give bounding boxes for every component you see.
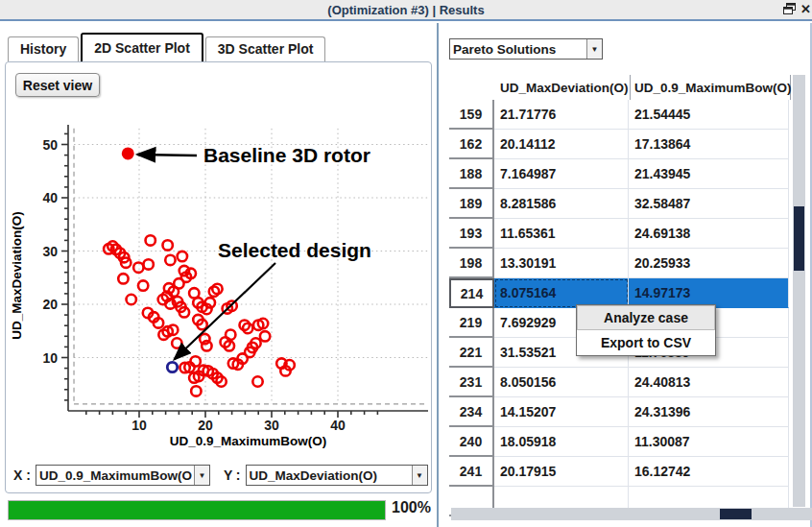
selected-point[interactable] [167, 362, 177, 371]
row-index[interactable]: 240 [449, 427, 494, 457]
selected-annotation: Selected design [218, 239, 371, 261]
baseline-annotation: Baseline 3D rotor [203, 144, 370, 166]
float-window-icon[interactable] [783, 3, 796, 15]
table-row[interactable]: 19813.3019120.25933 [449, 249, 789, 278]
chevron-down-icon[interactable]: ▼ [586, 39, 602, 59]
table-row[interactable]: 24120.1791516.12742 [449, 457, 789, 487]
context-menu-item-export-to-csv[interactable]: Export to CSV [577, 330, 715, 355]
x-axis-title: UD_0.9_MaximumBow(O) [170, 434, 327, 448]
row-index[interactable]: 214 [449, 278, 494, 308]
vertical-scrollbar-thumb[interactable] [794, 206, 804, 271]
tab-3d-scatter-plot[interactable]: 3D Scatter Plot [205, 36, 326, 61]
gridlines [74, 129, 428, 404]
table-header: UD_MaxDeviation(O)UD_0.9_MaximumBow(O) [496, 75, 791, 100]
row-index[interactable]: 198 [449, 249, 494, 278]
table-row[interactable]: 16220.1411217.13864 [449, 130, 789, 159]
x-axis-selector-label: X : [13, 467, 31, 483]
baseline-point[interactable] [122, 147, 134, 159]
cell-value[interactable]: 13.30191 [494, 249, 629, 278]
y-axis-select-value: UD_MaxDeviation(O) [247, 468, 412, 483]
table-row[interactable]: 15921.7177621.54445 [449, 100, 789, 130]
table-row[interactable]: 23414.1520724.31396 [449, 397, 789, 427]
svg-text:30: 30 [42, 244, 58, 259]
svg-text:40: 40 [42, 190, 58, 205]
row-index[interactable]: 219 [449, 308, 494, 338]
cell-value[interactable]: 21.54445 [629, 100, 789, 130]
svg-text:20: 20 [42, 297, 58, 312]
cell-value[interactable]: 20.25933 [629, 249, 789, 278]
table-row[interactable]: 19311.6536124.69138 [449, 219, 789, 249]
horizontal-scrollbar-thumb[interactable] [720, 509, 752, 519]
row-index[interactable]: 189 [449, 189, 494, 219]
cell-value[interactable]: 18.05918 [494, 427, 629, 457]
plot-boundary [74, 129, 428, 404]
cell-value[interactable]: 11.65361 [494, 219, 629, 249]
axis-selector-row: X : UD_0.9_MaximumBow(O ▼ Y : UD_MaxDevi… [13, 465, 428, 486]
chevron-down-icon[interactable]: ▼ [194, 466, 209, 485]
window-title: (Optimization #3) | Results [327, 3, 484, 17]
cell-value[interactable]: 21.43945 [629, 159, 789, 189]
svg-text:20: 20 [198, 418, 213, 433]
context-menu-item-analyze-case[interactable]: Analyze case [577, 305, 715, 330]
tab-history[interactable]: History [8, 36, 79, 61]
row-index[interactable]: 188 [449, 159, 494, 189]
row-index[interactable]: 241 [449, 457, 494, 487]
y-axis-select[interactable]: UD_MaxDeviation(O) ▼ [246, 465, 428, 486]
table-row[interactable]: 1887.16498721.43945 [449, 159, 789, 189]
horizontal-scrollbar[interactable] [451, 508, 812, 520]
cell-value[interactable]: 32.58487 [629, 189, 789, 219]
cell-value[interactable]: 20.14112 [494, 130, 629, 159]
cell-value[interactable]: 20.17915 [494, 457, 629, 487]
cell-value[interactable]: 16.12742 [629, 457, 789, 487]
cell-value[interactable]: 17.13864 [629, 130, 789, 159]
axes [61, 125, 428, 418]
y-axis-title: UD_MaxDeviation(O) [10, 211, 24, 340]
solution-set-select[interactable]: Pareto Solutions ▼ [449, 38, 603, 60]
plot-tabs: History 2D Scatter Plot 3D Scatter Plot [8, 35, 327, 61]
y-axis-selector-label: Y : [224, 467, 241, 483]
svg-text:40: 40 [330, 418, 346, 433]
column-header-2[interactable]: UD_0.9_MaximumBow(O) [631, 75, 791, 100]
x-axis-select[interactable]: UD_0.9_MaximumBow(O ▼ [36, 465, 210, 486]
scatter-plot[interactable]: 102030401020304050UD_0.9_MaximumBow(O)UD… [6, 98, 433, 461]
row-index[interactable]: 234 [449, 397, 494, 427]
cell-value[interactable]: 11.30087 [629, 427, 789, 457]
context-menu: Analyze caseExport to CSV [576, 304, 716, 356]
row-index[interactable]: 193 [449, 219, 494, 249]
x-axis-select-value: UD_0.9_MaximumBow(O [36, 468, 194, 483]
chevron-down-icon[interactable]: ▼ [412, 466, 427, 485]
row-index[interactable]: 221 [449, 338, 494, 368]
table-row[interactable]: 1898.28158632.58487 [449, 189, 789, 219]
window-titlebar[interactable]: (Optimization #3) | Results ✕ [0, 0, 812, 21]
cell-value[interactable]: 7.164987 [494, 159, 629, 189]
cell-value[interactable]: 24.40813 [629, 368, 789, 397]
close-icon[interactable]: ✕ [800, 3, 810, 15]
row-index[interactable]: 231 [449, 368, 494, 397]
cell-value[interactable]: 8.281586 [494, 189, 629, 219]
svg-text:10: 10 [42, 350, 58, 366]
cell-value[interactable]: 21.71776 [494, 100, 629, 130]
tab-2d-scatter-plot[interactable]: 2D Scatter Plot [81, 33, 203, 61]
cell-value[interactable]: 14.15207 [494, 397, 629, 427]
tick-labels: 102030401020304050 [42, 137, 346, 434]
svg-text:10: 10 [131, 418, 147, 433]
row-index[interactable]: 162 [449, 130, 494, 159]
column-header-1[interactable]: UD_MaxDeviation(O) [496, 75, 631, 100]
table-row[interactable]: 2318.05015624.40813 [449, 368, 789, 397]
progress-percent: 100% [392, 499, 431, 516]
svg-text:50: 50 [42, 137, 58, 153]
cell-value[interactable]: 8.050156 [494, 368, 629, 397]
reset-view-button[interactable]: Reset view [15, 73, 100, 97]
vertical-scrollbar[interactable] [793, 75, 805, 507]
panel-divider [437, 23, 439, 527]
row-index[interactable]: 159 [449, 100, 494, 130]
progress-bar-fill [9, 501, 385, 519]
cell-value[interactable]: 24.69138 [629, 219, 789, 249]
progress-bar [8, 500, 386, 520]
solution-set-value: Pareto Solutions [450, 42, 586, 57]
svg-text:30: 30 [264, 418, 279, 433]
cell-value[interactable]: 24.31396 [629, 397, 789, 427]
table-row[interactable]: 24018.0591811.30087 [449, 427, 789, 457]
